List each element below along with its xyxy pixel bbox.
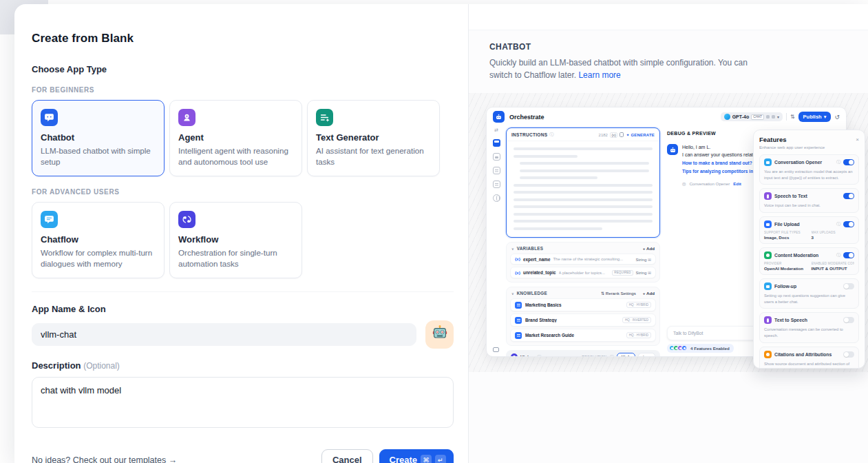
preview-pane-header-strip xyxy=(469,4,868,30)
feature-card-citations: Citations and Attributions Show source d… xyxy=(759,347,859,369)
add-variable-button: + Add xyxy=(643,246,655,251)
follow-up-icon xyxy=(764,282,772,290)
card-desc: Orchestration for single-turn automation… xyxy=(178,247,293,270)
sidebar-orchestrate-icon xyxy=(493,139,500,147)
microphone-icon xyxy=(764,192,772,200)
variable-icon: {x} xyxy=(515,271,520,275)
app-name-input[interactable] xyxy=(32,323,416,346)
required-badge: REQUIRED xyxy=(612,270,633,276)
shield-icon xyxy=(764,251,772,259)
preview-description: Quickly build an LLM-based chatbot with … xyxy=(489,56,752,81)
preview-heading: CHATBOT xyxy=(489,42,847,52)
feature-toggle xyxy=(843,193,854,199)
sidebar-annotations-icon xyxy=(493,181,500,188)
preview-config-column: INSTRUCTIONS ⓘ 2182 {x} ✦ GENERATE xyxy=(506,127,660,357)
card-desc: Intelligent agent with reasoning and aut… xyxy=(178,145,293,168)
for-advanced-label: FOR ADVANCED USERS xyxy=(32,188,454,196)
cancel-button[interactable]: Cancel xyxy=(321,449,373,463)
preview-pane: CHATBOT Quickly build an LLM-based chatb… xyxy=(468,4,868,463)
feature-card-content-moderation: Content Moderation ⓘ PROVIDER ENABLED MO… xyxy=(759,247,859,275)
create-button[interactable]: Create ⌘ ↵ xyxy=(379,449,454,463)
orchestrate-title: Orchestrate xyxy=(509,114,544,121)
document-icon xyxy=(515,332,522,339)
app-type-card-agent[interactable]: Agent Intelligent agent with reasoning a… xyxy=(169,100,302,176)
feature-toggle xyxy=(843,283,854,289)
feature-card-conversation-opener: Conversation Opener ⓘ You are an entity … xyxy=(759,154,859,185)
feature-card-follow-up: Follow-up Setting up next questions sugg… xyxy=(759,278,859,309)
token-count: 2182 xyxy=(599,133,608,137)
collapse-icon: ⇄ xyxy=(494,127,498,133)
variable-row: {x} unrelated_topic A placeholder for to… xyxy=(510,267,656,278)
sidebar-logs-icon xyxy=(493,167,500,174)
features-panel: Features × Enhance web app user experien… xyxy=(753,130,865,369)
vision-section: Vision ⓘ RESOLUTION ⓘ High Low xyxy=(506,350,660,357)
chevron-down-icon: ∨ xyxy=(511,291,514,296)
feature-card-speech-to-text: Speech to Text Voice input can be used i… xyxy=(759,188,859,213)
app-type-card-chatbot[interactable]: Chatbot LLM-based chatbot with simple se… xyxy=(32,100,165,176)
advanced-cards-row: Chatflow Workflow for complex multi-turn… xyxy=(32,202,454,278)
app-type-card-text-generator[interactable]: Text Generator AI assistant for text gen… xyxy=(307,100,440,176)
features-enabled-badge: 4 Features Enabled xyxy=(667,344,734,353)
optional-label: (Optional) xyxy=(83,361,120,371)
chatbot-icon xyxy=(41,109,58,126)
opener-edit-link: Edit xyxy=(733,181,741,186)
arrow-right-icon: → xyxy=(169,455,178,463)
card-desc: Workflow for complex multi-turn dialogue… xyxy=(41,247,156,270)
info-icon: ⓘ xyxy=(836,159,840,165)
instructions-skeleton xyxy=(507,141,659,238)
chevron-down-icon: ▾ xyxy=(777,114,779,119)
copy-icon xyxy=(620,132,624,137)
app-name-label: App Name & Icon xyxy=(32,304,454,314)
app-avatar-icon xyxy=(493,111,505,123)
beginner-cards-row: Chatbot LLM-based chatbot with simple se… xyxy=(32,100,454,176)
model-name: GPT-4o xyxy=(732,114,750,119)
card-desc: AI assistant for text generation tasks xyxy=(316,145,431,168)
for-beginners-label: FOR BEGINNERS xyxy=(32,86,454,94)
variable-icon: {x} xyxy=(515,257,520,261)
preview-sidebar: ⇄ xyxy=(487,126,506,357)
card-desc: LLM-based chatbot with simple setup xyxy=(41,145,156,168)
document-icon xyxy=(515,302,522,309)
card-title: Text Generator xyxy=(316,132,431,143)
learn-more-link[interactable]: Learn more xyxy=(578,70,620,80)
cmd-key-icon: ⌘ xyxy=(421,455,432,463)
choose-app-type-label: Choose App Type xyxy=(32,64,454,74)
app-type-card-workflow[interactable]: Workflow Orchestration for single-turn a… xyxy=(169,202,302,278)
add-knowledge-button: + Add xyxy=(643,291,655,296)
features-subtitle: Enhance web app user experience xyxy=(759,145,859,150)
history-icon: ↺ xyxy=(834,114,840,121)
agent-icon xyxy=(178,109,195,126)
feature-toggle xyxy=(843,351,854,358)
create-form-pane: Create from Blank Choose App Type FOR BE… xyxy=(14,4,468,463)
knowledge-row: Market Research Guide HQ · HYBRID xyxy=(510,329,656,342)
monitor-icon xyxy=(493,347,499,352)
card-title: Agent xyxy=(178,132,293,143)
page-title: Create from Blank xyxy=(32,32,454,45)
description-label: Description (Optional) xyxy=(32,360,454,371)
app-icon-picker-button[interactable] xyxy=(425,320,454,349)
resolution-low-pill: Low xyxy=(638,353,655,357)
generate-button: ✦ GENERATE xyxy=(626,132,655,137)
chevron-down-icon: ▾ xyxy=(824,114,827,120)
model-mode-tag: CHAT xyxy=(751,114,764,120)
description-textarea[interactable]: chat with vllm model xyxy=(32,377,454,428)
model-selector: GPT-4o CHAT ▾ xyxy=(721,112,783,121)
variables-section: ∨ VARIABLES + Add {x} expert_name The na… xyxy=(506,242,660,282)
knowledge-row: Brand Strategy HQ · INVERTED xyxy=(510,313,656,327)
feature-toggle xyxy=(843,252,854,258)
chevron-down-icon: ∨ xyxy=(511,247,514,251)
info-icon: ⓘ xyxy=(610,354,614,358)
variables-icon: {x} xyxy=(610,132,617,138)
robot-emoji-icon xyxy=(431,325,449,344)
instructions-label: INSTRUCTIONS xyxy=(511,132,547,137)
close-icon: × xyxy=(856,136,859,143)
info-icon: ⓘ xyxy=(549,132,553,138)
preview-illustration-area: Orchestrate GPT-4o CHAT ▾ ⇅ xyxy=(469,93,868,372)
templates-link[interactable]: No ideas? Check out our templates → xyxy=(32,455,177,463)
index-mode-badge: HQ · INVERTED xyxy=(622,317,651,323)
feature-toggle xyxy=(843,159,854,165)
model-params-icon xyxy=(772,115,775,119)
workflow-icon xyxy=(178,211,195,228)
text-generator-icon xyxy=(316,109,333,126)
app-type-card-chatflow[interactable]: Chatflow Workflow for complex multi-turn… xyxy=(32,202,165,278)
